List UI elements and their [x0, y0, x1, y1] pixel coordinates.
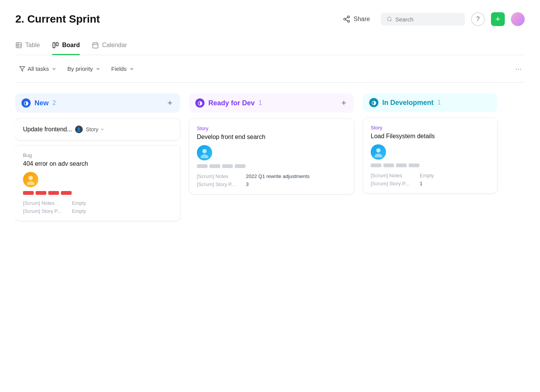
svg-point-2 — [348, 20, 350, 22]
svg-point-19 — [27, 181, 34, 185]
dot-g4 — [235, 164, 245, 168]
card-404-bug: Bug 404 error on adv search [Scr — [15, 145, 180, 221]
dev-col-count: 1 — [437, 99, 441, 106]
card-filesystem: Story Load Filesystem details [S — [363, 118, 497, 193]
card-develop-search: Story Develop front end search [ — [189, 119, 354, 194]
filter-button[interactable]: All tasks — [15, 63, 61, 74]
svg-marker-17 — [20, 67, 25, 71]
avatar-filesystem — [371, 144, 386, 160]
page-title: 2. Current Sprint — [15, 13, 100, 25]
priority-dots-bug — [23, 191, 172, 195]
field-label-story-d: [Scrum] Story P... — [371, 181, 417, 186]
new-col-add-button[interactable]: + — [166, 98, 174, 108]
field-label-story: [Scrum] Story P... — [23, 208, 69, 214]
svg-line-3 — [345, 20, 348, 21]
tab-table-label: Table — [25, 42, 40, 49]
field-row-notes: [Scrum] Notes Empty — [23, 200, 172, 206]
dot-g3 — [222, 164, 233, 168]
field-value-notes: Empty — [72, 200, 86, 206]
chevron-down-icon-2 — [95, 66, 101, 72]
add-button[interactable]: + — [491, 12, 505, 26]
table-icon — [15, 42, 22, 49]
dev-col-icon: ◑ — [369, 98, 378, 107]
field-label-notes-d: [Scrum] Notes — [371, 173, 417, 178]
group-button[interactable]: By priority — [64, 63, 105, 74]
field-row-story-r: [Scrum] Story P... 3 — [197, 181, 346, 187]
priority-dots-fs — [371, 163, 489, 167]
chevron-down-icon-card — [100, 127, 105, 132]
header-actions: Share ? + — [338, 12, 525, 26]
page-header: 2. Current Sprint Share ? + — [15, 12, 525, 26]
column-new: ◑ New 2 + Update frontend... 👤 Story B — [15, 93, 180, 226]
card-title: Update frontend... — [23, 126, 72, 133]
more-button[interactable]: ··· — [512, 63, 525, 75]
dot-fg4 — [409, 163, 419, 167]
tab-calendar-label: Calendar — [102, 42, 127, 49]
search-bar[interactable] — [381, 13, 465, 26]
column-header-dev: ◑ In Development 1 — [363, 93, 497, 112]
card-tag-story-d: Story — [371, 125, 489, 131]
priority-dots-search — [197, 164, 346, 168]
dot-4 — [61, 191, 72, 195]
field-value-notes-r: 2022 Q1 rewrite adjustments — [246, 173, 309, 179]
dot-fg1 — [371, 163, 381, 167]
add-icon: + — [496, 14, 501, 24]
card-type-row: Update frontend... 👤 Story — [23, 126, 172, 133]
board-icon — [52, 42, 59, 49]
svg-point-0 — [348, 16, 350, 18]
card-title-filesystem: Load Filesystem details — [371, 133, 489, 140]
tab-board[interactable]: Board — [52, 37, 80, 55]
share-button[interactable]: Share — [338, 12, 375, 26]
search-input[interactable] — [395, 16, 459, 23]
card-fields-fs: [Scrum] Notes Empty [Scrum] Story P... 1 — [371, 173, 489, 186]
tab-table[interactable]: Table — [15, 37, 40, 55]
fields-button[interactable]: Fields — [108, 63, 138, 74]
tab-bar: Table Board Calendar — [15, 37, 525, 55]
field-row-notes-r: [Scrum] Notes 2022 Q1 rewrite adjustment… — [197, 173, 346, 179]
card-fields-search: [Scrum] Notes 2022 Q1 rewrite adjustment… — [197, 173, 346, 187]
svg-line-6 — [391, 20, 392, 21]
dev-col-title: In Development — [382, 99, 434, 107]
avatar-bug — [23, 172, 38, 187]
group-label: By priority — [67, 65, 93, 72]
avatar[interactable] — [511, 12, 525, 26]
filter-icon — [19, 66, 25, 72]
field-value-story: Empty — [72, 208, 86, 214]
card-type-dropdown[interactable]: Story — [86, 126, 105, 132]
svg-point-1 — [344, 18, 346, 20]
board: ◑ New 2 + Update frontend... 👤 Story B — [15, 83, 525, 226]
dot-fg3 — [396, 163, 407, 167]
help-label: ? — [476, 16, 480, 23]
tab-calendar[interactable]: Calendar — [92, 37, 127, 55]
chevron-down-icon-3 — [129, 66, 134, 72]
card-title-search: Develop front end search — [197, 134, 346, 140]
svg-point-21 — [201, 154, 208, 158]
card-update-frontend: Update frontend... 👤 Story — [15, 119, 180, 140]
field-value-story-d: 1 — [420, 181, 422, 186]
calendar-icon — [92, 42, 99, 49]
card-title-bug: 404 error on adv search — [23, 160, 172, 167]
share-icon — [343, 15, 350, 23]
help-button[interactable]: ? — [471, 12, 485, 26]
card-tag-story: Story — [197, 126, 346, 131]
svg-rect-12 — [56, 42, 58, 46]
svg-point-5 — [388, 17, 391, 21]
field-value-notes-d: Empty — [420, 173, 434, 178]
svg-point-20 — [202, 149, 206, 153]
field-row-story-d: [Scrum] Story P... 1 — [371, 181, 489, 186]
filter-label: All tasks — [28, 65, 49, 72]
ready-col-icon: ◑ — [195, 98, 205, 108]
ready-col-add-button[interactable]: + — [340, 98, 348, 108]
toolbar: All tasks By priority Fields ··· — [15, 55, 525, 83]
new-col-count: 2 — [52, 100, 56, 106]
new-col-icon: ◑ — [21, 98, 31, 108]
fields-label: Fields — [111, 65, 127, 72]
column-header-new: ◑ New 2 + — [15, 93, 180, 113]
column-dev: ◑ In Development 1 Story Load Filesystem… — [363, 93, 497, 226]
share-label: Share — [353, 16, 370, 23]
dot-3 — [48, 191, 59, 195]
dot-g1 — [197, 164, 208, 168]
search-icon — [387, 16, 392, 22]
dot-2 — [36, 191, 46, 195]
ready-col-count: 1 — [259, 100, 262, 106]
